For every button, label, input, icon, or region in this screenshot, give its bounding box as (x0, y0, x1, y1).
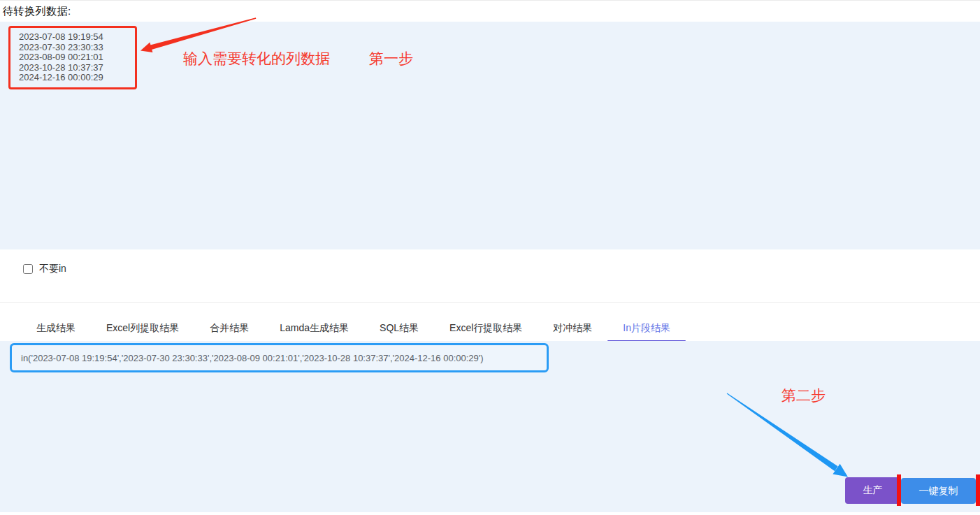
step1-highlight-rect (8, 26, 137, 89)
copy-highlight-left-marker (897, 474, 901, 506)
tab-merge-result[interactable]: 合并结果 (210, 322, 249, 335)
no-in-label[interactable]: 不要in (39, 263, 66, 275)
in-snippet-output-box[interactable]: in('2023-07-08 19:19:54','2023-07-30 23:… (10, 343, 549, 372)
tab-excel-row-extract-result[interactable]: Excel行提取结果 (449, 322, 522, 335)
no-in-checkbox[interactable] (23, 264, 33, 274)
tab-sql-result[interactable]: SQL结果 (380, 322, 419, 335)
tab-excel-col-extract-result[interactable]: Excel列提取结果 (106, 322, 179, 335)
tab-in-snippet-result[interactable]: In片段结果 (623, 322, 670, 335)
produce-button[interactable]: 生产 (845, 477, 900, 504)
copy-button[interactable]: 一键复制 (901, 478, 976, 504)
tab-generate-result[interactable]: 生成结果 (36, 322, 75, 335)
column-data-textarea[interactable]: 2023-07-08 19:19:54 2023-07-30 23:30:33 … (0, 22, 980, 249)
step1-hint-text: 输入需要转化的列数据 (183, 49, 330, 68)
tab-hedge-result[interactable]: 对冲结果 (553, 322, 592, 335)
step1-label: 第一步 (369, 49, 413, 68)
input-label: 待转换列数据: (3, 5, 71, 18)
page-root: 待转换列数据: 2023-07-08 19:19:54 2023-07-30 2… (0, 0, 980, 515)
result-tab-bar: 生成结果 Excel列提取结果 合并结果 Lamda生成结果 SQL结果 Exc… (0, 302, 980, 341)
copy-highlight-right-marker (976, 474, 980, 506)
no-in-option: 不要in (23, 263, 66, 275)
tab-lamda-generate-result[interactable]: Lamda生成结果 (280, 322, 349, 335)
step2-label: 第二步 (781, 386, 826, 405)
